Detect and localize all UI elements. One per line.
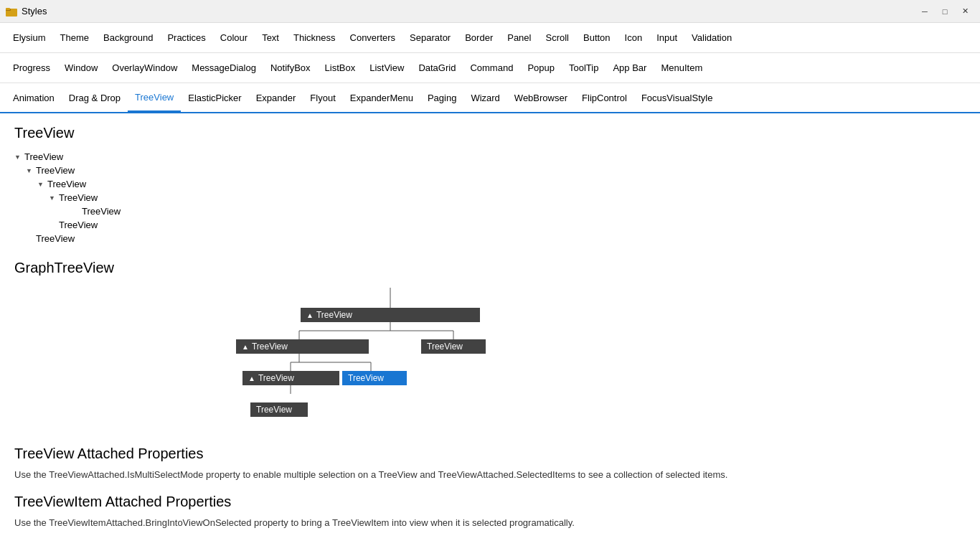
tree-label-2: TreeView	[47, 179, 86, 189]
menu-appbar[interactable]: App Bar	[606, 53, 654, 83]
menu-draganddrop[interactable]: Drag & Drop	[62, 83, 128, 112]
menu-row-3: Animation Drag & Drop TreeView ElasticPi…	[0, 83, 980, 113]
node-chevron-child1: ▲	[242, 343, 249, 351]
menu-expandermenu[interactable]: ExpanderMenu	[343, 83, 420, 112]
svg-rect-2	[6, 8, 10, 10]
window-controls: ─ □ ✕	[915, 4, 974, 19]
menu-messagedialog[interactable]: MessageDialog	[184, 53, 263, 83]
menu-tooltip[interactable]: ToolTip	[562, 53, 606, 83]
main-content: TreeView ▼ TreeView ▼ TreeView ▼ TreeVie…	[0, 113, 980, 551]
menu-row-2: Progress Window OverlayWindow MessageDia…	[0, 53, 980, 83]
graph-node-grandchild2[interactable]: TreeView	[342, 371, 407, 385]
menu-converters[interactable]: Converters	[343, 23, 403, 52]
tree-label-4: TreeView	[82, 206, 121, 217]
menu-validation[interactable]: Validation	[684, 23, 739, 52]
chevron-icon-1: ▼	[26, 167, 36, 174]
node-chevron-grandchild1: ▲	[248, 375, 255, 382]
menu-thickness[interactable]: Thickness	[286, 23, 343, 52]
graph-node-root[interactable]: ▲ TreeView	[301, 308, 480, 322]
tree-node-6[interactable]: TreeView	[14, 232, 966, 245]
menu-overlaywindow[interactable]: OverlayWindow	[105, 53, 184, 83]
menu-theme[interactable]: Theme	[53, 23, 96, 52]
menu-popup[interactable]: Popup	[520, 53, 562, 83]
window-title: Styles	[22, 6, 47, 17]
menu-elasticpicker[interactable]: ElasticPicker	[181, 83, 248, 112]
menu-notifybox[interactable]: NotifyBox	[263, 53, 318, 83]
tree-node-5[interactable]: TreeView	[14, 218, 966, 232]
menu-listview[interactable]: ListView	[362, 53, 411, 83]
menu-animation[interactable]: Animation	[6, 83, 62, 112]
tree-node-1[interactable]: ▼ TreeView	[14, 164, 966, 177]
chevron-icon-3: ▼	[49, 194, 59, 202]
menu-elysium[interactable]: Elysium	[6, 23, 53, 52]
menu-button[interactable]: Button	[576, 23, 618, 52]
tree-label-3: TreeView	[59, 192, 98, 203]
treeview-section-title: TreeView	[14, 125, 966, 141]
menu-paging[interactable]: Paging	[420, 83, 463, 112]
chevron-icon-2: ▼	[37, 181, 47, 188]
tree-node-0[interactable]: ▼ TreeView	[14, 150, 966, 164]
node-chevron-root: ▲	[306, 311, 314, 319]
node-label-grandchild1: TreeView	[258, 373, 294, 383]
node-label-greatgrandchild: TreeView	[256, 405, 292, 415]
close-button[interactable]: ✕	[956, 4, 974, 19]
props2-title: TreeViewItem Attached Properties	[14, 494, 966, 510]
menu-row-1: Elysium Theme Background Practices Colou…	[0, 23, 980, 53]
node-label-child2: TreeView	[427, 342, 463, 352]
graph-node-child1[interactable]: ▲ TreeView	[236, 339, 369, 354]
treeview-attached-props: TreeView Attached Properties Use the Tre…	[14, 446, 966, 482]
node-label-grandchild2: TreeView	[348, 373, 384, 383]
props1-desc: Use the TreeViewAttached.IsMultiSelectMo…	[14, 468, 966, 482]
props1-title: TreeView Attached Properties	[14, 446, 966, 462]
menu-flipcontrol[interactable]: FlipControl	[575, 83, 634, 112]
graph-node-child2[interactable]: TreeView	[421, 339, 486, 354]
menu-practices[interactable]: Practices	[160, 23, 212, 52]
menu-text[interactable]: Text	[255, 23, 286, 52]
menu-menuitem[interactable]: MenuItem	[654, 53, 710, 83]
menu-background[interactable]: Background	[96, 23, 160, 52]
graph-treeview-container: ▲ TreeView ▲ TreeView TreeView ▲ TreeVie…	[14, 288, 660, 431]
app-icon	[6, 6, 17, 17]
restore-button[interactable]: □	[936, 4, 954, 19]
menu-scroll[interactable]: Scroll	[538, 23, 576, 52]
menu-expander[interactable]: Expander	[249, 83, 303, 112]
menu-separator[interactable]: Separator	[402, 23, 458, 52]
menu-treeview[interactable]: TreeView	[128, 83, 181, 112]
menu-command[interactable]: Command	[463, 53, 520, 83]
graph-node-grandchild1[interactable]: ▲ TreeView	[242, 371, 339, 385]
menu-panel[interactable]: Panel	[500, 23, 538, 52]
minimize-button[interactable]: ─	[915, 4, 934, 19]
menu-window[interactable]: Window	[57, 53, 105, 83]
node-label-child1: TreeView	[252, 342, 288, 352]
menu-colour[interactable]: Colour	[213, 23, 255, 52]
menu-datagrid[interactable]: DataGrid	[411, 53, 463, 83]
chevron-icon-0: ▼	[14, 154, 24, 161]
tree-label-6: TreeView	[36, 233, 75, 244]
tree-label-0: TreeView	[24, 151, 63, 162]
title-bar-left: Styles	[6, 6, 47, 17]
menu-listbox[interactable]: ListBox	[318, 53, 363, 83]
title-bar: Styles ─ □ ✕	[0, 0, 980, 23]
tree-node-2[interactable]: ▼ TreeView	[14, 177, 966, 191]
tree-node-3[interactable]: ▼ TreeView	[14, 191, 966, 204]
menu-flyout[interactable]: Flyout	[303, 83, 342, 112]
menu-focusvisualstyle[interactable]: FocusVisualStyle	[634, 83, 720, 112]
node-label-root: TreeView	[316, 310, 352, 320]
tree-node-4[interactable]: TreeView	[14, 204, 966, 218]
menu-wizard[interactable]: Wizard	[463, 83, 507, 112]
menu-icon[interactable]: Icon	[618, 23, 650, 52]
treeviewitem-attached-props: TreeViewItem Attached Properties Use the…	[14, 494, 966, 530]
props2-desc: Use the TreeViewItemAttached.BringIntoVi…	[14, 516, 966, 530]
tree-label-5: TreeView	[59, 220, 98, 230]
graph-section-title: GraphTreeView	[14, 260, 966, 276]
menu-progress[interactable]: Progress	[6, 53, 57, 83]
treeview-demo: ▼ TreeView ▼ TreeView ▼ TreeView ▼ TreeV…	[14, 150, 966, 245]
tree-label-1: TreeView	[36, 165, 75, 176]
graph-node-greatgrandchild[interactable]: TreeView	[250, 402, 308, 417]
menu-webbrowser[interactable]: WebBrowser	[507, 83, 575, 112]
menu-border[interactable]: Border	[458, 23, 500, 52]
menu-input[interactable]: Input	[649, 23, 684, 52]
